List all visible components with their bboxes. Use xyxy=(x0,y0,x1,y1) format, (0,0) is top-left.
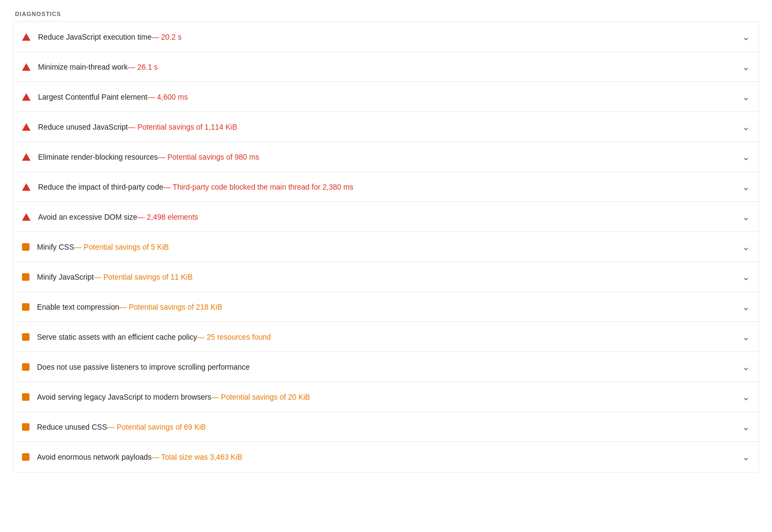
audit-label: Enable text compression xyxy=(37,303,119,311)
audit-detail: — 26.1 s xyxy=(128,63,158,71)
audit-text-row: Does not use passive listeners to improv… xyxy=(37,363,250,371)
audit-item[interactable]: Avoid an excessive DOM size — 2,498 elem… xyxy=(13,202,759,232)
audit-label: Reduce the impact of third-party code xyxy=(38,183,163,191)
chevron-down-icon[interactable]: ⌄ xyxy=(742,122,750,132)
audit-label: Reduce JavaScript execution time xyxy=(38,33,152,41)
audit-label: Minify JavaScript xyxy=(37,273,94,281)
audit-item[interactable]: Reduce unused JavaScript — Potential sav… xyxy=(13,112,759,142)
diagnostics-section: DIAGNOSTICS Reduce JavaScript execution … xyxy=(0,0,772,483)
audit-label: Avoid serving legacy JavaScript to moder… xyxy=(37,393,211,401)
audit-item[interactable]: Minimize main-thread work — 26.1 s⌄ xyxy=(13,52,759,82)
audit-text-row: Avoid an excessive DOM size — 2,498 elem… xyxy=(38,213,198,221)
audit-detail: — 4,600 ms xyxy=(147,93,188,101)
chevron-down-icon[interactable]: ⌄ xyxy=(742,242,750,252)
audit-item[interactable]: Minify CSS — Potential savings of 5 KiB⌄ xyxy=(13,232,759,262)
audit-detail: — 20.2 s xyxy=(152,33,182,41)
audit-text-row: Eliminate render-blocking resources — Po… xyxy=(38,153,259,161)
audit-text-row: Enable text compression — Potential savi… xyxy=(37,303,222,311)
chevron-down-icon[interactable]: ⌄ xyxy=(742,452,750,462)
audit-text-row: Minify CSS — Potential savings of 5 KiB xyxy=(37,243,169,251)
audit-item-left: Reduce unused CSS — Potential savings of… xyxy=(22,423,733,431)
audit-item-left: Minimize main-thread work — 26.1 s xyxy=(22,63,733,71)
audit-item[interactable]: Enable text compression — Potential savi… xyxy=(13,292,759,322)
square-icon xyxy=(22,243,29,251)
square-icon xyxy=(22,423,29,431)
audit-detail: — 2,498 elements xyxy=(137,213,198,221)
audit-label: Largest Contentful Paint element xyxy=(38,93,147,101)
square-icon xyxy=(22,333,29,341)
audit-detail: — Third-party code blocked the main thre… xyxy=(163,183,353,191)
chevron-down-icon[interactable]: ⌄ xyxy=(742,182,750,192)
audit-item[interactable]: Reduce JavaScript execution time — 20.2 … xyxy=(13,22,759,52)
audit-detail: — Potential savings of 980 ms xyxy=(158,153,259,161)
audit-item[interactable]: Minify JavaScript — Potential savings of… xyxy=(13,262,759,292)
square-icon xyxy=(22,393,29,401)
square-icon xyxy=(22,453,29,461)
chevron-down-icon[interactable]: ⌄ xyxy=(742,332,750,342)
square-icon xyxy=(22,363,29,371)
triangle-icon xyxy=(22,123,31,131)
audit-item-left: Avoid enormous network payloads — Total … xyxy=(22,453,733,461)
square-icon xyxy=(22,303,29,311)
audit-item[interactable]: Eliminate render-blocking resources — Po… xyxy=(13,142,759,172)
audit-detail: — Potential savings of 1,114 KiB xyxy=(128,123,237,131)
audit-item-left: Does not use passive listeners to improv… xyxy=(22,363,733,371)
audit-item-left: Largest Contentful Paint element — 4,600… xyxy=(22,93,733,101)
audit-label: Serve static assets with an efficient ca… xyxy=(37,333,197,341)
triangle-icon xyxy=(22,183,31,191)
square-icon xyxy=(22,273,29,281)
chevron-down-icon[interactable]: ⌄ xyxy=(742,272,750,282)
audit-item-left: Eliminate render-blocking resources — Po… xyxy=(22,153,733,161)
audit-detail: — Potential savings of 218 KiB xyxy=(119,303,222,311)
audit-label: Minify CSS xyxy=(37,243,74,251)
audit-label: Minimize main-thread work xyxy=(38,63,128,71)
audit-text-row: Largest Contentful Paint element — 4,600… xyxy=(38,93,188,101)
triangle-icon xyxy=(22,63,31,71)
chevron-down-icon[interactable]: ⌄ xyxy=(742,92,750,102)
chevron-down-icon[interactable]: ⌄ xyxy=(742,362,750,372)
triangle-icon xyxy=(22,93,31,101)
chevron-down-icon[interactable]: ⌄ xyxy=(742,392,750,402)
audit-detail: — 25 resources found xyxy=(197,333,271,341)
audit-item-left: Avoid serving legacy JavaScript to moder… xyxy=(22,393,733,401)
audit-item[interactable]: Reduce unused CSS — Potential savings of… xyxy=(13,412,759,442)
section-title: DIAGNOSTICS xyxy=(13,11,759,17)
audit-text-row: Avoid serving legacy JavaScript to moder… xyxy=(37,393,310,401)
chevron-down-icon[interactable]: ⌄ xyxy=(742,62,750,72)
chevron-down-icon[interactable]: ⌄ xyxy=(742,212,750,222)
audit-item[interactable]: Serve static assets with an efficient ca… xyxy=(13,322,759,352)
audit-detail: — Potential savings of 20 KiB xyxy=(211,393,310,401)
audit-text-row: Minimize main-thread work — 26.1 s xyxy=(38,63,158,71)
audit-text-row: Reduce JavaScript execution time — 20.2 … xyxy=(38,33,182,41)
audit-text-row: Reduce unused CSS — Potential savings of… xyxy=(37,423,206,431)
audit-text-row: Reduce the impact of third-party code — … xyxy=(38,183,353,191)
audit-item[interactable]: Avoid enormous network payloads — Total … xyxy=(13,442,759,472)
audit-item-left: Reduce JavaScript execution time — 20.2 … xyxy=(22,33,733,41)
audit-label: Does not use passive listeners to improv… xyxy=(37,363,250,371)
chevron-down-icon[interactable]: ⌄ xyxy=(742,32,750,42)
audit-item-left: Avoid an excessive DOM size — 2,498 elem… xyxy=(22,213,733,221)
audit-detail: — Total size was 3,463 KiB xyxy=(152,453,242,461)
chevron-down-icon[interactable]: ⌄ xyxy=(742,152,750,162)
audit-label: Avoid enormous network payloads xyxy=(37,453,152,461)
audit-label: Eliminate render-blocking resources xyxy=(38,153,158,161)
audit-text-row: Minify JavaScript — Potential savings of… xyxy=(37,273,192,281)
audit-item[interactable]: Does not use passive listeners to improv… xyxy=(13,352,759,382)
audit-item-left: Reduce unused JavaScript — Potential sav… xyxy=(22,123,733,131)
audit-item[interactable]: Avoid serving legacy JavaScript to moder… xyxy=(13,382,759,412)
triangle-icon xyxy=(22,153,31,161)
audit-list: Reduce JavaScript execution time — 20.2 … xyxy=(13,21,759,473)
audit-text-row: Serve static assets with an efficient ca… xyxy=(37,333,271,341)
audit-item-left: Reduce the impact of third-party code — … xyxy=(22,183,733,191)
audit-item-left: Minify JavaScript — Potential savings of… xyxy=(22,273,733,281)
audit-item-left: Minify CSS — Potential savings of 5 KiB xyxy=(22,243,733,251)
chevron-down-icon[interactable]: ⌄ xyxy=(742,302,750,312)
triangle-icon xyxy=(22,33,31,41)
audit-item[interactable]: Reduce the impact of third-party code — … xyxy=(13,172,759,202)
audit-label: Reduce unused JavaScript xyxy=(38,123,128,131)
chevron-down-icon[interactable]: ⌄ xyxy=(742,422,750,432)
audit-item-left: Enable text compression — Potential savi… xyxy=(22,303,733,311)
audit-text-row: Avoid enormous network payloads — Total … xyxy=(37,453,242,461)
audit-label: Reduce unused CSS xyxy=(37,423,107,431)
audit-item[interactable]: Largest Contentful Paint element — 4,600… xyxy=(13,82,759,112)
